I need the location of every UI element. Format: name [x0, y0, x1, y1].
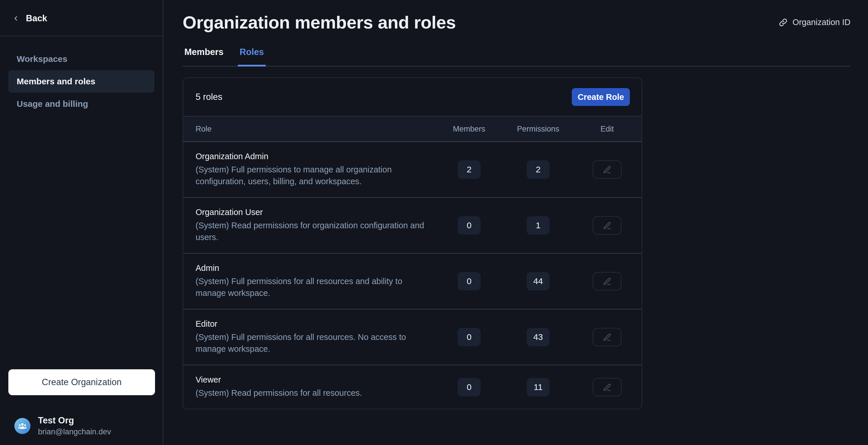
user-meta: Test Org brian@langchain.dev: [38, 415, 111, 436]
permissions-count-badge: 11: [527, 378, 550, 396]
members-count-badge: 0: [458, 216, 480, 235]
avatar: [14, 418, 30, 434]
tab-members[interactable]: Members: [183, 45, 225, 66]
organization-id-link[interactable]: Organization ID: [778, 18, 851, 27]
table-row: Admin (System) Full permissions for all …: [183, 254, 642, 309]
role-cell: Editor (System) Full permissions for all…: [183, 319, 435, 355]
edit-role-button[interactable]: [593, 378, 622, 396]
role-description: (System) Read permissions for organizati…: [195, 219, 429, 243]
permissions-count-badge: 1: [527, 216, 550, 235]
members-count-badge: 2: [458, 160, 480, 179]
pencil-icon: [602, 220, 612, 231]
role-cell: Admin (System) Full permissions for all …: [183, 263, 435, 299]
table-row: Editor (System) Full permissions for all…: [183, 309, 642, 365]
back-label: Back: [26, 13, 47, 24]
sidebar-item-label: Members and roles: [17, 77, 95, 86]
edit-role-button[interactable]: [593, 216, 622, 235]
page-header: Organization members and roles Organizat…: [183, 12, 850, 32]
column-header-edit: Edit: [572, 125, 642, 134]
role-name: Organization Admin: [195, 152, 435, 161]
role-description: (System) Full permissions to manage all …: [195, 164, 429, 187]
roles-panel: 5 roles Create Role Role Members Permiss…: [183, 78, 642, 409]
tab-roles[interactable]: Roles: [238, 45, 266, 66]
create-organization-button[interactable]: Create Organization: [8, 369, 155, 395]
column-header-role: Role: [183, 125, 435, 134]
link-icon: [778, 18, 788, 27]
pencil-icon: [602, 165, 612, 175]
org-name: Test Org: [38, 415, 111, 426]
sidebar: Back Workspaces Members and roles Usage …: [0, 0, 163, 445]
sidebar-item-usage-and-billing[interactable]: Usage and billing: [8, 93, 154, 115]
roles-panel-header: 5 roles Create Role: [183, 78, 642, 116]
members-count-badge: 0: [458, 328, 480, 346]
permissions-count-badge: 44: [527, 272, 550, 291]
table-row: Organization User (System) Read permissi…: [183, 198, 642, 254]
role-cell: Organization Admin (System) Full permiss…: [183, 152, 435, 187]
tab-bar: Members Roles: [183, 45, 850, 66]
back-button[interactable]: Back: [0, 0, 163, 36]
members-count-badge: 0: [458, 378, 480, 396]
sidebar-item-label: Workspaces: [17, 54, 67, 64]
edit-role-button[interactable]: [593, 160, 622, 179]
table-header: Role Members Permissions Edit: [183, 116, 642, 142]
roles-count: 5 roles: [195, 92, 222, 102]
chevron-left-icon: [12, 15, 20, 22]
sidebar-nav: Workspaces Members and roles Usage and b…: [0, 36, 163, 115]
organization-id-label: Organization ID: [793, 18, 851, 27]
role-name: Admin: [195, 263, 435, 273]
role-cell: Organization User (System) Read permissi…: [183, 208, 435, 243]
page-title: Organization members and roles: [183, 12, 456, 32]
role-description: (System) Read permissions for all resour…: [195, 387, 429, 399]
pencil-icon: [602, 332, 612, 342]
edit-role-button[interactable]: [593, 328, 622, 346]
create-role-button[interactable]: Create Role: [572, 88, 630, 106]
user-email: brian@langchain.dev: [38, 427, 111, 436]
column-header-members: Members: [435, 125, 504, 134]
sidebar-item-members-and-roles[interactable]: Members and roles: [8, 70, 154, 93]
permissions-count-badge: 2: [527, 160, 550, 179]
role-description: (System) Full permissions for all resour…: [195, 331, 429, 355]
members-count-badge: 0: [458, 272, 480, 291]
column-header-permissions: Permissions: [504, 125, 572, 134]
role-name: Editor: [195, 319, 435, 329]
people-icon: [18, 421, 27, 431]
role-cell: Viewer (System) Read permissions for all…: [183, 375, 435, 399]
org-switcher[interactable]: Test Org brian@langchain.dev: [0, 395, 163, 445]
sidebar-bottom: Create Organization Test Org brian@langc…: [0, 369, 163, 445]
sidebar-item-label: Usage and billing: [17, 99, 88, 109]
main-content: Organization members and roles Organizat…: [163, 0, 868, 445]
permissions-count-badge: 43: [527, 328, 550, 346]
table-row: Organization Admin (System) Full permiss…: [183, 142, 642, 198]
role-name: Organization User: [195, 208, 435, 217]
sidebar-item-workspaces[interactable]: Workspaces: [8, 48, 154, 70]
edit-role-button[interactable]: [593, 272, 622, 291]
role-name: Viewer: [195, 375, 435, 385]
role-description: (System) Full permissions for all resour…: [195, 275, 429, 299]
table-row: Viewer (System) Read permissions for all…: [183, 365, 642, 409]
pencil-icon: [602, 276, 612, 287]
pencil-icon: [602, 382, 612, 392]
